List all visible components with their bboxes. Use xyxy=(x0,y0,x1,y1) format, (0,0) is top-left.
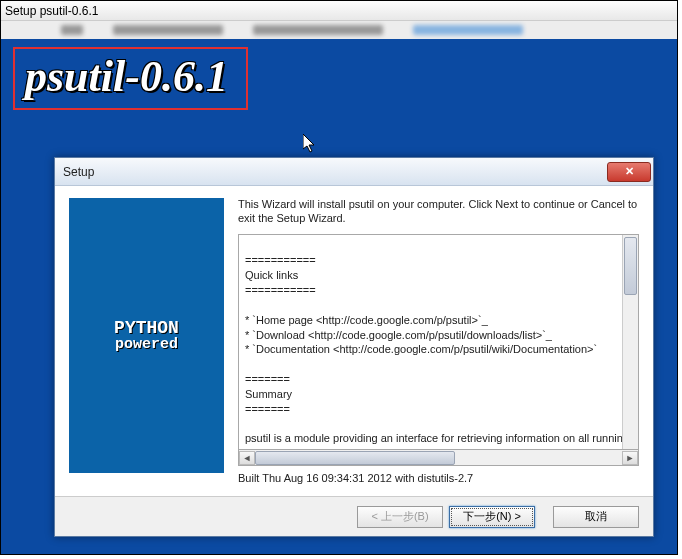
blur-item xyxy=(113,25,223,35)
outer-window: Setup psutil-0.6.1 psutil-0.6.1 Setup ✕ … xyxy=(0,0,678,555)
background-tabs xyxy=(1,21,677,39)
cancel-button[interactable]: 取消 xyxy=(553,506,639,528)
dialog-titlebar[interactable]: Setup ✕ xyxy=(55,158,653,186)
close-button[interactable]: ✕ xyxy=(607,162,651,182)
info-textbox[interactable]: =========== Quick links =========== * `H… xyxy=(238,234,639,451)
logo-line2: powered xyxy=(114,337,179,352)
banner-box: psutil-0.6.1 xyxy=(13,47,248,110)
scrollbar-thumb[interactable] xyxy=(624,237,637,295)
hscroll-thumb[interactable] xyxy=(255,451,455,465)
dialog-body: PYTHON powered This Wizard will install … xyxy=(55,186,653,496)
back-label: < 上一步(B) xyxy=(371,509,428,524)
dialog-footer: < 上一步(B) 下一步(N) > 取消 xyxy=(55,496,653,536)
side-panel: PYTHON powered xyxy=(69,198,224,473)
back-button: < 上一步(B) xyxy=(357,506,443,528)
blur-item xyxy=(61,25,83,35)
info-text: =========== Quick links =========== * `H… xyxy=(245,254,629,450)
close-icon: ✕ xyxy=(625,165,634,178)
scroll-right-arrow-icon[interactable]: ► xyxy=(622,451,638,465)
outer-title: Setup psutil-0.6.1 xyxy=(5,4,98,18)
logo-line1: PYTHON xyxy=(114,319,179,337)
vertical-scrollbar[interactable] xyxy=(622,235,638,450)
next-label: 下一步(N) > xyxy=(463,509,521,524)
dialog-title: Setup xyxy=(63,165,94,179)
horizontal-scrollbar[interactable]: ◄ ► xyxy=(238,450,639,466)
hscroll-track[interactable] xyxy=(255,451,622,465)
installer-background: psutil-0.6.1 Setup ✕ PYTHON powered This… xyxy=(1,39,677,554)
setup-dialog: Setup ✕ PYTHON powered This Wizard will … xyxy=(54,157,654,537)
scroll-left-arrow-icon[interactable]: ◄ xyxy=(239,451,255,465)
intro-text: This Wizard will install psutil on your … xyxy=(238,198,639,226)
next-button[interactable]: 下一步(N) > xyxy=(449,506,535,528)
outer-titlebar: Setup psutil-0.6.1 xyxy=(1,1,677,21)
blur-item xyxy=(413,25,523,35)
blur-item xyxy=(253,25,383,35)
content-column: This Wizard will install psutil on your … xyxy=(238,198,639,484)
cancel-label: 取消 xyxy=(585,509,607,524)
banner-title: psutil-0.6.1 xyxy=(25,51,228,102)
built-info: Built Thu Aug 16 09:34:31 2012 with dist… xyxy=(238,472,639,484)
python-powered-logo: PYTHON powered xyxy=(114,319,179,352)
